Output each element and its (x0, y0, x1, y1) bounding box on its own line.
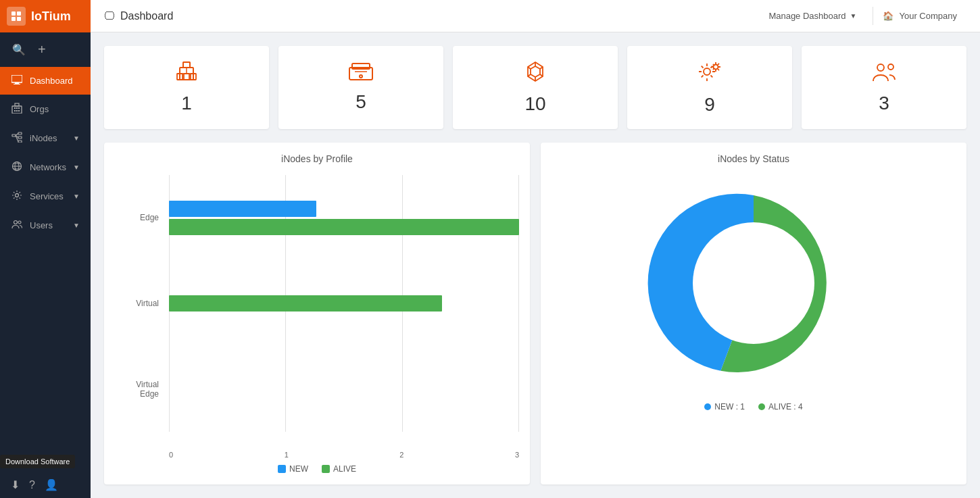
logo-icon (7, 7, 26, 26)
sidebar-item-orgs[interactable]: Orgs (0, 95, 91, 124)
donut-legend-new-dot (704, 403, 711, 410)
svg-point-28 (14, 221, 18, 224)
donut-hole (693, 222, 814, 344)
svg-rect-13 (18, 110, 20, 111)
company-area[interactable]: 🏠 Your Company (873, 7, 966, 25)
main-content: 1 5 (91, 32, 980, 498)
company-name: Your Company (899, 11, 957, 21)
sidebar-item-users[interactable]: Users ▼ (0, 211, 91, 240)
donut-legend-new: NEW : 1 (704, 402, 745, 412)
donut-area: NEW : 1 ALIVE : 4 (552, 175, 956, 412)
donut-svg (645, 175, 862, 391)
x-tick-3: 3 (515, 451, 519, 459)
add-icon[interactable]: + (38, 42, 46, 57)
stat-card-networks[interactable]: 10 (453, 46, 618, 129)
bar-label-edge: Edge (115, 213, 166, 222)
bar-edge-new (169, 201, 316, 217)
network-icon (11, 161, 23, 174)
sidebar-item-services[interactable]: Services ▼ (0, 182, 91, 211)
donut-legend-alive-dot (758, 403, 765, 410)
legend-new: NEW (278, 464, 308, 474)
bar-edge-alive (169, 219, 519, 235)
charts-row: iNodes by Profile Edge (104, 143, 966, 484)
stat-inodes-icon (348, 62, 374, 86)
svg-rect-11 (14, 110, 16, 111)
topbar: 🖵 Dashboard Manage Dashboard ▼ 🏠 Your Co… (91, 0, 980, 32)
building-icon (11, 103, 23, 116)
user-account-icon[interactable]: 👤 (45, 478, 58, 491)
bar-chart-title: iNodes by Profile (115, 153, 519, 164)
chevron-down-icon-services: ▼ (73, 193, 80, 200)
home-icon: 🏠 (883, 11, 893, 21)
legend-alive: ALIVE (322, 464, 356, 474)
sidebar-item-inodes[interactable]: iNodes ▼ (0, 124, 91, 153)
stat-card-orgs[interactable]: 1 (104, 46, 269, 129)
svg-rect-5 (15, 82, 19, 84)
sidebar-item-dashboard[interactable]: Dashboard (0, 67, 91, 95)
legend-alive-label: ALIVE (333, 464, 356, 474)
sidebar-inodes-label: iNodes (30, 133, 57, 143)
svg-marker-43 (531, 66, 540, 77)
sidebar-networks-label: Networks (30, 162, 66, 172)
x-axis: 0 1 2 3 (169, 445, 519, 459)
svg-point-53 (888, 64, 893, 70)
svg-rect-10 (18, 107, 20, 109)
svg-rect-36 (184, 74, 189, 80)
svg-rect-6 (14, 84, 20, 84)
sidebar-bottom: Download Software ⬇ ? 👤 (0, 472, 91, 498)
download-icon[interactable]: ⬇ (11, 478, 20, 491)
stat-orgs-icon (174, 61, 199, 87)
sidebar: IoTium 🔍 + Dashboard (0, 0, 91, 498)
stat-card-users[interactable]: 3 (802, 46, 966, 129)
svg-point-27 (16, 194, 19, 197)
search-add-bar: 🔍 + (0, 32, 91, 67)
svg-rect-17 (18, 136, 22, 139)
svg-rect-8 (14, 107, 16, 109)
help-icon[interactable]: ? (29, 479, 35, 491)
legend-new-dot (278, 465, 286, 473)
svg-rect-0 (11, 11, 16, 16)
services-icon (11, 190, 23, 203)
svg-rect-31 (183, 62, 190, 68)
bar-label-virtual: Virtual (115, 299, 166, 308)
svg-rect-3 (17, 17, 21, 21)
stat-orgs-value: 1 (181, 93, 192, 114)
stat-services-icon (697, 59, 722, 89)
sidebar-item-networks[interactable]: Networks ▼ (0, 153, 91, 182)
stat-card-services[interactable]: 9 (627, 46, 792, 129)
stat-networks-value: 10 (524, 93, 545, 115)
svg-rect-7 (12, 106, 22, 114)
donut-legend-alive: ALIVE : 4 (758, 402, 803, 412)
sidebar-services-label: Services (30, 191, 64, 201)
download-tooltip: Download Software (0, 455, 75, 468)
svg-rect-12 (16, 110, 18, 111)
page-title-area: 🖵 Dashboard (104, 10, 752, 22)
donut-legend-new-label: NEW : 1 (714, 402, 745, 412)
svg-line-19 (16, 134, 18, 136)
stat-card-inodes[interactable]: 5 (278, 46, 443, 129)
stat-networks-icon (524, 60, 547, 88)
donut-legend-alive-label: ALIVE : 4 (768, 402, 803, 412)
logo-area[interactable]: IoTium (0, 0, 91, 32)
donut-chart-title: iNodes by Status (552, 153, 956, 164)
dashboard-icon: 🖵 (104, 10, 115, 22)
search-icon[interactable]: 🔍 (12, 43, 26, 56)
bar-chart-area: Edge Virtual (115, 175, 519, 459)
x-tick-0: 0 (169, 451, 173, 459)
manage-dashboard-button[interactable]: Manage Dashboard ▼ (759, 7, 866, 25)
main-area: 🖵 Dashboard Manage Dashboard ▼ 🏠 Your Co… (91, 0, 980, 498)
x-tick-2: 2 (399, 451, 403, 459)
bar-chart-card: iNodes by Profile Edge (104, 143, 530, 484)
chevron-down-icon-users: ▼ (73, 222, 80, 229)
stats-row: 1 5 (104, 46, 966, 129)
legend-new-label: NEW (289, 464, 308, 474)
donut-legend: NEW : 1 ALIVE : 4 (704, 402, 802, 412)
chevron-down-icon-networks: ▼ (73, 164, 80, 171)
legend-alive-dot (322, 465, 330, 473)
svg-rect-4 (11, 75, 22, 82)
chevron-down-icon: ▼ (73, 134, 80, 142)
svg-rect-9 (16, 107, 18, 109)
svg-point-52 (877, 64, 884, 71)
bar-label-virtual-edge: Virtual Edge (115, 380, 166, 399)
svg-rect-18 (18, 141, 22, 143)
